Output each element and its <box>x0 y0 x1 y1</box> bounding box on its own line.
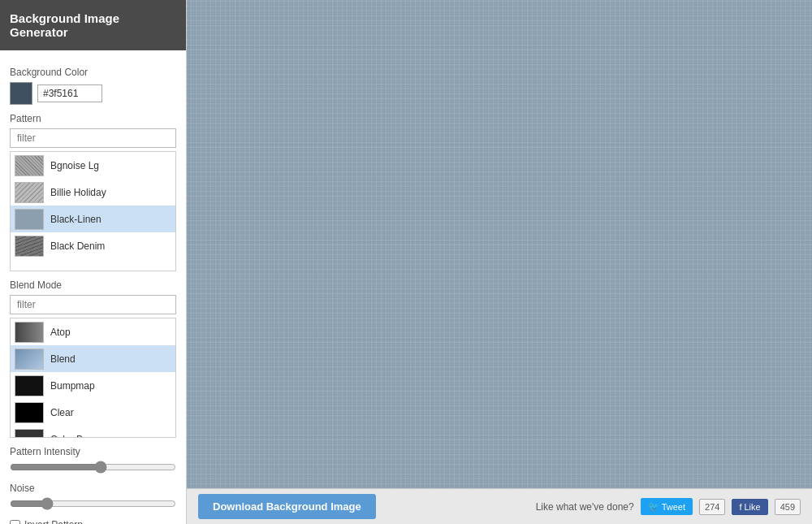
pattern-label-denim: Black Denim <box>50 240 105 252</box>
sidebar: Background Image Generator Background Co… <box>0 0 187 524</box>
list-item-selected[interactable]: Black-Linen <box>11 206 175 232</box>
app-title-text: Background Image Generator <box>10 11 119 39</box>
blend-thumb-bumpmap <box>15 375 44 396</box>
blend-label-blend: Blend <box>50 353 76 365</box>
noise-section: Noise <box>10 483 176 513</box>
pattern-filter-input[interactable] <box>10 128 176 148</box>
blend-item-blend-selected[interactable]: Blend <box>11 345 175 372</box>
app-container: Background Image Generator Background Co… <box>0 0 812 524</box>
blend-mode-label: Blend Mode <box>10 279 176 291</box>
blend-item-color-burn[interactable]: Color Bu... <box>11 426 175 438</box>
list-item[interactable]: Bgnoise Lg <box>11 152 175 179</box>
tweet-button[interactable]: 🐦 Tweet <box>641 498 693 515</box>
pattern-thumb-billie <box>15 182 44 203</box>
fb-icon: f <box>739 502 741 512</box>
like-label: Like <box>744 502 760 512</box>
like-count: 459 <box>775 499 801 515</box>
blend-thumb-blend <box>15 349 44 370</box>
pattern-intensity-label: Pattern Intensity <box>10 446 176 457</box>
pattern-thumb-denim <box>15 236 44 257</box>
tweet-count: 274 <box>699 499 725 515</box>
social-prompt: Like what we've done? <box>536 501 634 513</box>
pattern-label-bgnoise: Bgnoise Lg <box>50 160 99 171</box>
blend-label-clear: Clear <box>50 407 74 418</box>
noise-label: Noise <box>10 483 176 494</box>
social-area: Like what we've done? 🐦 Tweet 274 f Like… <box>536 498 801 515</box>
blend-item-bumpmap[interactable]: Bumpmap <box>11 372 175 399</box>
color-swatch[interactable] <box>10 82 32 105</box>
color-input-row <box>10 82 176 105</box>
pattern-intensity-slider[interactable] <box>10 461 176 474</box>
invert-pattern-row: Invert Pattern <box>10 519 176 524</box>
preview-area <box>187 0 812 488</box>
pattern-label: Pattern <box>10 113 176 124</box>
pattern-label-billie: Billie Holiday <box>50 187 106 198</box>
pattern-thumb-linen <box>15 209 44 230</box>
blend-filter-input[interactable] <box>10 295 176 314</box>
background-color-label: Background Color <box>10 67 176 78</box>
list-item[interactable]: Black Denim <box>11 232 175 259</box>
sidebar-body: Background Color Pattern Bgnoise Lg Bill… <box>0 50 186 524</box>
invert-pattern-checkbox[interactable] <box>10 520 20 525</box>
like-button[interactable]: f Like <box>732 499 767 515</box>
list-item[interactable]: Billie Holiday <box>11 179 175 206</box>
tweet-icon: 🐦 <box>648 501 659 512</box>
blend-thumb-atop <box>15 322 44 343</box>
color-hex-input[interactable] <box>37 84 102 102</box>
blend-label-atop: Atop <box>50 327 71 338</box>
pattern-thumb-bgnoise <box>15 155 44 176</box>
main-preview: Download Background Image Like what we'v… <box>187 0 812 524</box>
pattern-list[interactable]: Bgnoise Lg Billie Holiday Black-Linen Bl… <box>10 151 176 271</box>
blend-label-bumpmap: Bumpmap <box>50 380 95 392</box>
tweet-label: Tweet <box>662 502 685 512</box>
noise-slider[interactable] <box>10 497 176 510</box>
blend-item-atop[interactable]: Atop <box>11 318 175 345</box>
bottom-bar: Download Background Image Like what we'v… <box>187 488 812 524</box>
blend-item-clear[interactable]: Clear <box>11 399 175 426</box>
download-button[interactable]: Download Background Image <box>198 494 376 519</box>
app-title: Background Image Generator <box>0 0 186 50</box>
blend-thumb-color-burn <box>15 429 44 439</box>
download-label: Download Background Image <box>213 500 361 513</box>
pattern-intensity-section: Pattern Intensity <box>10 446 176 476</box>
blend-thumb-clear <box>15 402 44 423</box>
invert-pattern-label[interactable]: Invert Pattern <box>24 519 83 524</box>
blend-list[interactable]: Atop Blend Bumpmap Clear Color Bu... <box>10 318 176 438</box>
pattern-label-linen: Black-Linen <box>50 214 102 225</box>
blend-label-color-burn: Color Bu... <box>50 434 97 439</box>
